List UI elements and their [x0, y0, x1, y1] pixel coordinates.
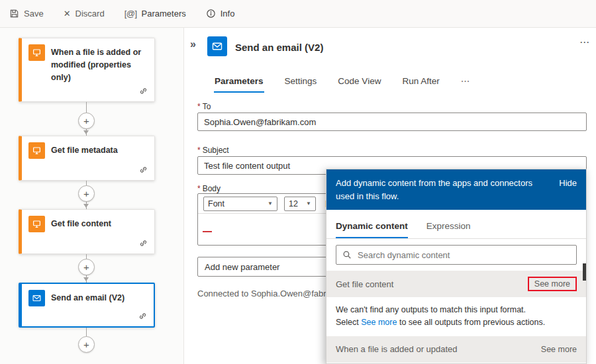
connector-line: [86, 328, 87, 337]
discard-icon: ✕: [64, 9, 71, 19]
workflow-step-send-email[interactable]: Send an email (V2): [19, 283, 155, 328]
required-asterisk: *: [197, 146, 201, 155]
no-outputs-message: We can't find any outputs to match this …: [326, 297, 586, 336]
message-line-2-prefix: Select: [336, 318, 359, 327]
plus-icon: +: [83, 261, 89, 273]
connection-link-icon: [139, 87, 148, 97]
parameters-icon: [@]: [124, 9, 137, 19]
font-size-value: 12: [289, 199, 298, 208]
popup-header: Add dynamic content from the apps and co…: [326, 169, 586, 210]
see-more-inline-link[interactable]: See more: [361, 318, 397, 327]
sftp-connector-icon: [28, 142, 45, 159]
message-line-2-suffix: to see all outputs from previous actions…: [399, 318, 545, 327]
scrollbar-thumb[interactable]: [583, 263, 586, 281]
tabs-overflow-icon[interactable]: ⋯: [460, 71, 471, 93]
search-input[interactable]: [336, 245, 577, 265]
plus-icon: +: [83, 115, 89, 126]
tab-expression[interactable]: Expression: [426, 221, 471, 238]
connection-link-icon: [138, 312, 147, 322]
info-label: Info: [221, 9, 235, 19]
save-button[interactable]: Save: [9, 9, 44, 19]
insert-step-button[interactable]: +: [78, 336, 95, 353]
workflow-step-trigger[interactable]: When a file is added or modified (proper…: [19, 38, 155, 102]
step-title: Get file metadata: [51, 142, 118, 157]
group-title: Get file content: [336, 279, 393, 289]
font-family-value: Font: [208, 199, 224, 208]
tab-dynamic-content[interactable]: Dynamic content: [336, 221, 408, 238]
plus-icon: +: [83, 339, 89, 350]
info-button[interactable]: Info: [206, 9, 235, 19]
parameters-label: Parameters: [142, 9, 186, 19]
insert-step-button[interactable]: +: [78, 185, 95, 202]
step-title: When a file is added or modified (proper…: [51, 44, 148, 83]
command-bar: Save ✕ Discard [@] Parameters Info: [0, 0, 596, 28]
required-asterisk: *: [197, 184, 201, 193]
required-asterisk: *: [197, 102, 201, 111]
workflow-step-get-file-metadata[interactable]: Get file metadata: [19, 136, 155, 181]
add-new-parameter-label: Add new parameter: [205, 262, 279, 272]
connection-link-icon: [139, 239, 148, 250]
to-label: *To: [197, 102, 211, 111]
connected-prefix: Connected to: [197, 289, 248, 298]
plus-icon: +: [83, 188, 89, 199]
workflow-step-get-file-content[interactable]: Get file content: [19, 209, 155, 254]
popup-tab-bar: Dynamic content Expression: [326, 210, 586, 239]
outlook-connector-icon: [28, 290, 45, 306]
sftp-connector-icon: [28, 216, 45, 232]
group-when-file-added-or-updated: When a file is added or updated See more: [326, 336, 586, 363]
search-icon: [342, 250, 352, 261]
see-more-link[interactable]: See more: [528, 277, 577, 291]
panel-menu-icon[interactable]: ⋯: [579, 36, 589, 48]
to-input[interactable]: [197, 113, 587, 131]
save-label: Save: [24, 9, 44, 19]
font-size-select[interactable]: 12 ▼: [284, 197, 316, 211]
step-title: Get file content: [51, 216, 111, 230]
step-title: Send an email (V2): [51, 290, 124, 304]
workflow-canvas: When a file is added or modified (proper…: [0, 28, 184, 364]
parameters-button[interactable]: [@] Parameters: [124, 9, 186, 19]
popup-header-text: Add dynamic content from the apps and co…: [336, 178, 532, 201]
tab-run-after[interactable]: Run After: [401, 72, 440, 93]
panel-title: Send an email (V2): [235, 42, 323, 53]
info-icon: [206, 9, 216, 19]
hide-button[interactable]: Hide: [559, 177, 577, 190]
font-family-select[interactable]: Font ▼: [203, 197, 277, 211]
tab-bar: Parameters Settings Code View Run After …: [214, 71, 470, 93]
arrow-down-icon: [83, 277, 89, 281]
search-area: [326, 239, 586, 271]
see-more-link[interactable]: See more: [541, 345, 577, 354]
collapse-panel-icon[interactable]: »: [190, 38, 196, 50]
subject-label: *Subject: [197, 146, 229, 155]
insert-step-button[interactable]: +: [78, 113, 95, 129]
group-get-file-content: Get file content See more: [326, 271, 586, 297]
arrow-down-icon: [83, 204, 89, 208]
tab-code-view[interactable]: Code View: [337, 72, 381, 93]
outlook-icon: [207, 36, 227, 56]
tab-settings[interactable]: Settings: [284, 72, 318, 93]
body-label: *Body: [197, 184, 221, 193]
sftp-connector-icon: [28, 44, 45, 61]
connection-link-icon: [139, 165, 148, 176]
discard-label: Discard: [75, 9, 105, 19]
discard-button[interactable]: ✕ Discard: [64, 9, 105, 19]
arrow-down-icon: [83, 130, 89, 134]
save-icon: [9, 9, 19, 19]
tab-parameters[interactable]: Parameters: [214, 72, 264, 93]
insert-step-button[interactable]: +: [78, 259, 95, 275]
dynamic-content-popup: Add dynamic content from the apps and co…: [326, 169, 587, 364]
chevron-down-icon: ▼: [306, 201, 311, 206]
chevron-down-icon: ▼: [268, 201, 273, 206]
logic-app-designer: Save ✕ Discard [@] Parameters Info When …: [0, 0, 596, 364]
caret-underline: [203, 231, 212, 232]
group-title: When a file is added or updated: [336, 344, 458, 354]
message-line-1: We can't find any outputs to match this …: [336, 305, 526, 314]
